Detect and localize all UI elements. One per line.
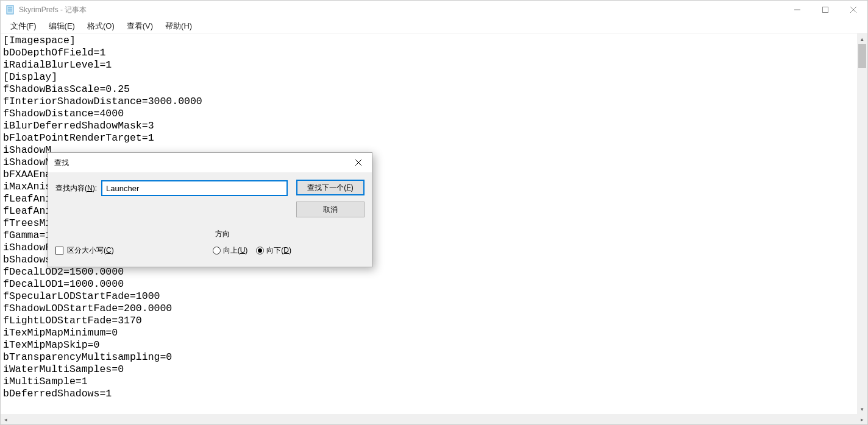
titlebar: SkyrimPrefs - 记事本 — [1, 1, 867, 19]
checkbox-icon — [55, 247, 63, 255]
cancel-button[interactable]: 取消 — [296, 202, 365, 217]
scroll-up-icon[interactable]: ▴ — [857, 33, 867, 44]
menu-view[interactable]: 查看(V) — [121, 19, 159, 33]
find-titlebar: 查找 — [48, 153, 372, 172]
menubar: 文件(F) 编辑(E) 格式(O) 查看(V) 帮助(H) — [1, 19, 867, 33]
notepad-icon — [5, 5, 15, 15]
notepad-window: SkyrimPrefs - 记事本 文件(F) 编辑(E) 格式(O) 查看(V… — [0, 0, 868, 425]
window-title: SkyrimPrefs - 记事本 — [19, 5, 87, 15]
direction-down-radio[interactable]: 向下(D) — [256, 245, 291, 256]
match-case-checkbox[interactable]: 区分大小写(C) — [55, 245, 114, 256]
window-controls — [783, 1, 867, 19]
scroll-thumb[interactable] — [858, 44, 866, 68]
hscroll-track[interactable] — [11, 414, 857, 424]
horizontal-scrollbar[interactable]: ◂ ▸ — [1, 414, 867, 424]
menu-help[interactable]: 帮助(H) — [159, 19, 198, 33]
radio-icon — [213, 247, 221, 255]
match-case-label: 区分大小写(C) — [67, 245, 114, 256]
svg-rect-0 — [7, 5, 13, 14]
scroll-left-icon[interactable]: ◂ — [1, 414, 11, 424]
menu-format[interactable]: 格式(O) — [81, 19, 121, 33]
find-body: 查找内容(N): 查找下一个(F) 取消 区分大小写(C) 方向 向上( — [48, 172, 372, 267]
minimize-button[interactable] — [783, 1, 811, 19]
find-title: 查找 — [54, 158, 69, 168]
maximize-button[interactable] — [811, 1, 839, 19]
direction-label: 方向 — [213, 229, 291, 239]
find-close-button[interactable] — [345, 153, 372, 172]
scroll-right-icon[interactable]: ▸ — [857, 414, 867, 424]
direction-up-label: 向上(U) — [223, 245, 248, 256]
scroll-down-icon[interactable]: ▾ — [857, 404, 867, 414]
svg-rect-5 — [823, 7, 828, 13]
direction-group: 方向 向上(U) 向下(D) — [213, 229, 291, 256]
direction-up-radio[interactable]: 向上(U) — [213, 245, 248, 256]
find-dialog: 查找 查找内容(N): 查找下一个(F) 取消 区分大小写(C) 方向 — [48, 152, 372, 267]
find-what-label: 查找内容(N): — [55, 183, 97, 194]
find-input[interactable] — [102, 181, 287, 195]
vertical-scrollbar[interactable]: ▴ ▾ — [857, 33, 867, 414]
radio-icon — [256, 247, 264, 255]
close-button[interactable] — [839, 1, 867, 19]
find-next-button[interactable]: 查找下一个(F) — [296, 180, 365, 195]
menu-file[interactable]: 文件(F) — [4, 19, 43, 33]
direction-down-label: 向下(D) — [266, 245, 291, 256]
menu-edit[interactable]: 编辑(E) — [43, 19, 81, 33]
